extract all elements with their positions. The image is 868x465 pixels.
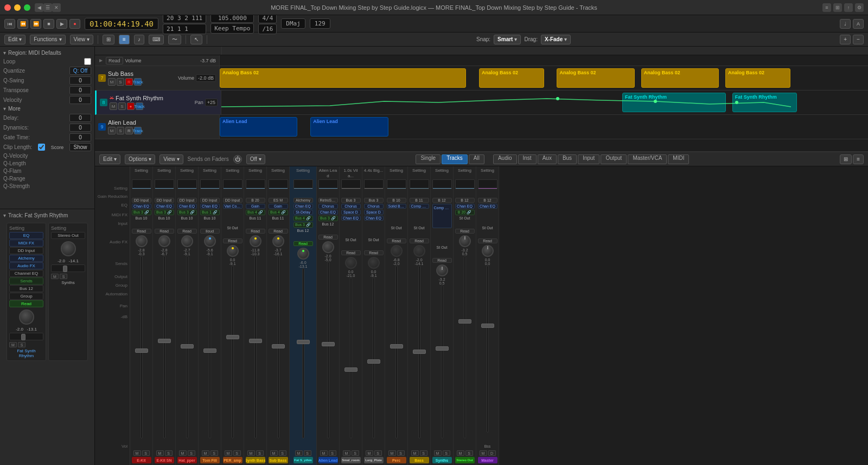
zoom-in-button[interactable]: + [840,35,851,44]
sy-pan[interactable] [436,264,448,276]
lp-fx1[interactable]: Chorus [364,204,384,209]
bb-pan[interactable] [413,245,425,257]
sb-s[interactable]: S [256,450,264,456]
e-kit-sn-eq[interactable] [155,179,174,189]
sb-auto[interactable]: Read [246,229,265,234]
tracks-mode-btn[interactable]: Tracks [442,154,468,164]
so-sends[interactable]: B 20 🔗 [455,210,475,215]
fast-forward-button[interactable]: ⏩ [30,19,41,29]
e-kit-pan[interactable] [136,235,148,247]
al-pan[interactable] [322,241,334,253]
play-button[interactable]: ▶ [56,19,67,29]
s1-input[interactable]: B 10 [387,198,406,203]
tom-fx[interactable]: Chan EQ [200,204,220,209]
time-display[interactable]: 01:00:44:19.40 [85,18,158,30]
per-auto[interactable]: Read [223,238,242,243]
tom-input[interactable]: DD Input [200,198,220,203]
ms-fader[interactable] [481,324,494,328]
beat-position-display[interactable]: 21 1 1 [163,24,206,34]
e-kit-sn-s[interactable]: S [165,450,173,456]
output-type-btn[interactable]: Output [601,154,627,164]
s1-eq[interactable] [387,179,406,189]
sy-fader[interactable] [436,346,449,351]
sb-fx[interactable]: Gain [246,204,265,209]
so-fader[interactable] [458,319,471,324]
e-kit-sn-auto[interactable]: Read [155,229,174,234]
so-auto[interactable]: Read [455,229,475,234]
tom-s[interactable]: S [210,450,218,456]
ms-eq[interactable] [478,179,497,189]
channel-strips-wrapper[interactable]: Setting DD Input Chan EQ Bus 3 🔗 Bus 10 … [130,166,868,465]
inst-type-btn[interactable]: Inst [518,154,537,164]
bb-fader[interactable] [413,350,426,354]
snap-value[interactable]: Smart ▾ [494,35,521,44]
lp-s[interactable]: S [374,450,382,456]
hat-fader[interactable] [181,344,194,348]
sb-m[interactable]: M [247,450,255,456]
expand-arrow[interactable]: ▶ [98,58,104,63]
menu-icon[interactable]: ≡ [822,3,831,12]
sr-fx2[interactable]: Space D [341,210,361,215]
tom-eq[interactable] [200,179,220,189]
fs-fader[interactable] [297,340,310,344]
loop-checkbox[interactable] [84,58,91,65]
close-icon[interactable]: ✕ [52,3,61,12]
alien-lead-mute[interactable]: M [108,127,116,134]
sub-auto[interactable]: Read [269,229,288,234]
maximize-button[interactable] [24,4,30,11]
region-fat-synth-2[interactable]: Fat Synth Rhythm [732,93,797,112]
e-kit-sends[interactable]: Bus 3 🔗 [132,210,151,215]
e-kit-sn-fader[interactable] [158,339,171,343]
alien-lead-content[interactable]: Alien Lead Alien Lead [220,115,868,139]
sr-pan[interactable] [345,257,357,269]
bb-s[interactable]: S [420,450,427,456]
rewind-button[interactable]: ⏪ [17,19,28,29]
record-button[interactable]: ● [69,19,80,29]
mini-r-s-button[interactable]: S [60,274,67,279]
input-type-btn[interactable]: Input [578,154,599,164]
s1-fx[interactable]: Solid Bus Chan EQ [387,204,406,209]
bb-fx[interactable]: Comp Chan EQ [410,204,429,209]
mini-fader-handle[interactable] [21,334,25,340]
e-kit-fader[interactable] [135,348,148,353]
al-fx2[interactable]: Chan EQ [318,210,338,215]
tuner-button[interactable]: A [853,19,864,29]
delay-value[interactable]: 0 [69,114,91,122]
e-kit-input[interactable]: DD Input [132,198,151,203]
fs-s[interactable]: S [304,450,311,456]
sr-fader[interactable] [344,367,358,372]
bb-input[interactable]: B 11 [410,198,429,203]
dynamics-value[interactable]: 0 [69,124,91,132]
single-mode-btn[interactable]: Single [416,154,441,164]
sub-fx[interactable]: Gain [269,204,288,209]
sub-fader[interactable] [272,344,285,348]
sub-sends[interactable]: Bus 4 🔗 [269,210,288,215]
bb-auto[interactable]: Read [410,238,429,243]
aux-type-btn[interactable]: Aux [538,154,557,164]
so-s[interactable]: S [465,450,473,456]
fat-synth-content[interactable]: Fat Synth Rhythm Fat Synth Rhythm [221,91,868,114]
options-icon[interactable]: ⊞ [833,3,842,12]
sy-eq[interactable] [432,179,452,189]
bb-m[interactable]: M [411,450,419,456]
per-fx[interactable]: Vari Comp [223,204,242,209]
gate-time-value[interactable]: 0 [69,133,91,141]
per-input[interactable]: DD Input [223,198,242,203]
ms-fx[interactable]: Chan EQ [478,204,497,209]
mini-fader[interactable] [9,333,43,340]
e-kit-eq[interactable] [132,179,151,189]
e-kit-audio-fx[interactable]: Chan EQ [132,204,151,209]
sub-bass-content[interactable]: Analog Bass 02 Analog Bass 02 Analog Bas… [220,66,868,90]
region-analog-bass-5[interactable]: Analog Bass 02 [725,68,790,88]
fat-synth-mute[interactable]: M [110,102,117,110]
audio-editor-button[interactable]: 〜 [168,35,181,44]
bpm-display[interactable]: 129 [310,18,330,29]
clip-length-checkbox[interactable] [38,144,45,151]
sr-s[interactable]: S [352,450,359,456]
nav-button[interactable]: ☰ [43,3,52,12]
sub-m[interactable]: M [270,450,278,456]
audio-type-btn[interactable]: Audio [493,154,517,164]
fs-fx1[interactable]: Chan EQ [293,204,313,209]
view-menu[interactable]: View ▾ [70,35,94,44]
ms-input[interactable]: B 12 [478,198,497,203]
